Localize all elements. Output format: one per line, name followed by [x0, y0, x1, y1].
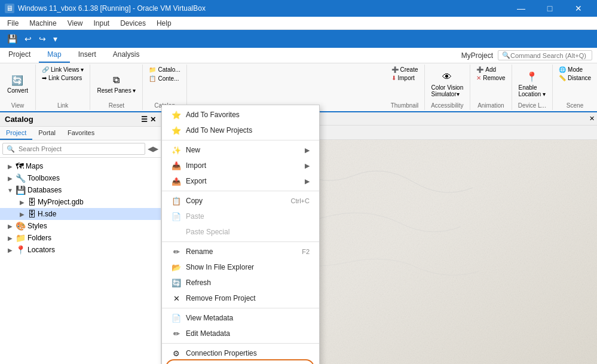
link-cursors-icon: ➡ — [42, 75, 47, 81]
export-arrow: ▶ — [305, 178, 310, 185]
ctx-view-metadata[interactable]: 📄 View Metadata — [162, 310, 319, 326]
ctx-edit-metadata[interactable]: ✏ Edit Metadata — [162, 326, 319, 341]
catalog-search-input[interactable] — [15, 144, 141, 154]
toolboxes-toggle[interactable]: ▶ — [7, 175, 14, 182]
tree-item-databases[interactable]: ▼ 💾 Databases — [0, 184, 161, 196]
tab-map[interactable]: Map — [39, 48, 69, 63]
close-panel-btn[interactable]: ✕ — [589, 115, 595, 123]
ctx-add-to-new-projects[interactable]: ⭐ Add To New Projects — [162, 123, 319, 138]
catalog-close-btn[interactable]: ✕ — [150, 115, 156, 124]
paste-special-icon — [172, 227, 181, 237]
ribbon-tab-bar: Project Map Insert Analysis MyProject 🔍 — [0, 48, 597, 63]
import-button[interactable]: ⬇ Import — [389, 74, 417, 82]
ctx-refresh[interactable]: 🔄 Refresh — [162, 275, 319, 290]
link-cursors-button[interactable]: ➡ Link Cursors — [39, 74, 84, 82]
menu-devices[interactable]: Devices — [115, 18, 151, 29]
ctx-show-file-explorer[interactable]: 📂 Show In File Explorer — [162, 259, 319, 275]
add-animation-button[interactable]: ➕ Add — [474, 66, 498, 74]
ctx-export[interactable]: 📤 Export ▶ — [162, 173, 319, 189]
view-group-label: View — [11, 102, 25, 109]
remove-animation-button[interactable]: ✕ Remove — [474, 74, 507, 82]
catalog-nav-fwd[interactable]: ▶ — [153, 145, 158, 153]
ctx-add-favorites-label: Add To Favorites — [186, 111, 310, 119]
tree-item-styles[interactable]: ▶ 🎨 Styles — [0, 220, 161, 232]
create-button[interactable]: ➕ Create — [389, 66, 421, 74]
databases-toggle[interactable]: ▼ — [7, 187, 14, 194]
distance-button[interactable]: 📏 Distance — [556, 74, 593, 82]
catalog-tab-portal[interactable]: Portal — [32, 127, 62, 140]
tab-insert[interactable]: Insert — [70, 48, 105, 63]
myproject-toggle[interactable]: ▶ — [19, 199, 26, 206]
menu-view[interactable]: View — [63, 18, 88, 29]
menu-help[interactable]: Help — [152, 18, 176, 29]
color-vision-label: Color VisionSimulator▾ — [431, 84, 464, 97]
tree-item-myproject-gdb[interactable]: ▶ 🗄 MyProject.gdb — [0, 196, 161, 208]
menu-machine[interactable]: Machine — [25, 18, 61, 29]
remove-ctx-icon: ✕ — [172, 293, 181, 303]
minimize-button[interactable]: — — [507, 0, 535, 17]
project-name: MyProject — [461, 51, 493, 60]
catalog-tab-project[interactable]: Project — [0, 127, 32, 140]
command-search-input[interactable] — [510, 52, 588, 59]
contents-button[interactable]: 📋 Conte... — [146, 75, 181, 82]
qa-undo[interactable]: ↩ — [22, 33, 34, 45]
tree-item-locators[interactable]: ▶ 📍 Locators — [0, 244, 161, 256]
new-icon: ✨ — [172, 145, 181, 155]
qa-redo[interactable]: ↪ — [36, 33, 48, 45]
tree-item-folders[interactable]: ▶ 📁 Folders — [0, 232, 161, 244]
ribbon-group-catalog: 📁 Catalo... 📋 Conte... Catalog — [143, 65, 186, 110]
ctx-paste-special-label: Paste Special — [186, 228, 310, 236]
catalog-group-content: 📁 Catalo... 📋 Conte... — [146, 66, 182, 101]
close-button[interactable]: ✕ — [565, 0, 592, 17]
ctx-connection-properties[interactable]: ⚙ Connection Properties — [162, 345, 319, 361]
locators-icon: 📍 — [16, 245, 26, 255]
enable-location-button[interactable]: 📍 EnableLocation ▾ — [516, 68, 549, 99]
ctx-rename-label: Rename — [186, 247, 297, 256]
link-views-button[interactable]: 🔗 Link Views ▾ — [39, 66, 86, 74]
connection-icon: ⚙ — [172, 348, 181, 358]
create-label: Create — [400, 66, 418, 73]
command-search-box[interactable]: 🔍 — [498, 50, 592, 60]
animation-group-label: Animation — [477, 102, 504, 109]
title-text: Windows 11_vbox 6.1.38 [Running] - Oracl… — [18, 4, 504, 13]
reset-panes-button[interactable]: ⧉ Reset Panes ▾ — [94, 71, 139, 96]
locators-toggle[interactable]: ▶ — [7, 247, 14, 253]
maximize-button[interactable]: □ — [536, 0, 564, 17]
ribbon-group-view: 🔄 Convert View — [0, 65, 36, 110]
hsde-toggle[interactable]: ▶ — [19, 211, 26, 218]
catalog-nav-back[interactable]: ◀ — [148, 145, 153, 153]
ctx-copy[interactable]: 📋 Copy Ctrl+C — [162, 193, 319, 209]
ctx-remove-from-project[interactable]: ✕ Remove From Project — [162, 290, 319, 306]
ctx-import[interactable]: 📥 Import ▶ — [162, 158, 319, 173]
folders-toggle[interactable]: ▶ — [7, 235, 14, 241]
mode-button[interactable]: 🌐 Mode — [556, 66, 585, 74]
distance-label: Distance — [568, 75, 591, 81]
tab-analysis[interactable]: Analysis — [105, 48, 148, 63]
link-cursors-label: Link Cursors — [48, 75, 82, 81]
maps-toggle[interactable]: ▶ — [7, 163, 14, 170]
menu-input[interactable]: Input — [89, 18, 115, 29]
color-vision-button[interactable]: 👁 Color VisionSimulator▾ — [428, 68, 467, 99]
qa-save[interactable]: 💾 — [5, 33, 20, 45]
device-group-label: Device L... — [518, 102, 546, 109]
tree-item-h-sde[interactable]: ▶ 🗄 H.sde — [0, 208, 161, 220]
tab-project[interactable]: Project — [0, 48, 39, 63]
ctx-new[interactable]: ✨ New ▶ — [162, 142, 319, 158]
ctx-new-label: New — [186, 146, 300, 154]
ctx-rename[interactable]: ✏ Rename F2 — [162, 244, 319, 259]
ctx-enable-enterprise-geodatabase[interactable]: ⚙ Enable Enterprise Geodatabase — [162, 361, 319, 364]
mode-icon: 🌐 — [559, 66, 566, 73]
convert-button[interactable]: 🔄 Convert — [4, 71, 31, 96]
menu-file[interactable]: File — [2, 18, 23, 29]
ctx-remove-label: Remove From Project — [186, 294, 310, 302]
qa-dropdown[interactable]: ▾ — [51, 33, 60, 45]
hsde-label: H.sde — [38, 210, 56, 218]
styles-toggle[interactable]: ▶ — [7, 223, 14, 230]
tree-item-toolboxes[interactable]: ▶ 🔧 Toolboxes — [0, 172, 161, 184]
ctx-add-to-favorites[interactable]: ⭐ Add To Favorites — [162, 107, 319, 123]
catalog-button[interactable]: 📁 Catalo... — [146, 66, 182, 74]
tree-item-maps[interactable]: ▶ 🗺 Maps — [0, 160, 161, 172]
catalog-tab-favorites[interactable]: Favorites — [62, 127, 100, 140]
catalog-menu-btn[interactable]: ☰ — [141, 115, 148, 124]
new-projects-icon: ⭐ — [172, 126, 181, 135]
